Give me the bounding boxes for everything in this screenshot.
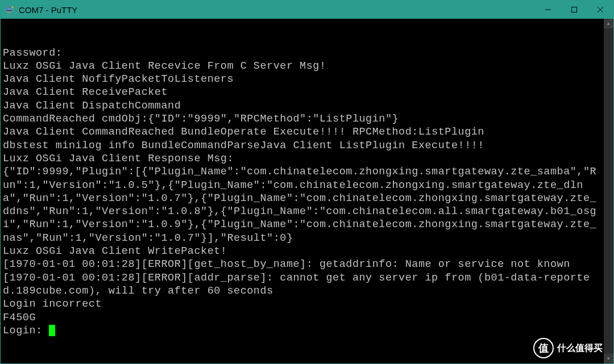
watermark-text: 什么值得买 [557, 342, 603, 354]
putty-icon [5, 5, 14, 14]
terminal[interactable]: Password: Luxz OSGi Java Client Recevice… [1, 19, 613, 363]
minimize-button[interactable] [535, 1, 561, 19]
scroll-up-arrow[interactable]: ▲ [604, 19, 613, 28]
window-title: COM7 - PuTTY [19, 5, 535, 15]
login-prompt: Login: [3, 325, 49, 337]
svg-rect-3 [7, 12, 11, 13]
terminal-output: Password: Luxz OSGi Java Client Recevice… [3, 47, 601, 338]
titlebar[interactable]: COM7 - PuTTY [1, 1, 613, 19]
watermark: 值 什么值得买 [533, 338, 603, 358]
scroll-down-arrow[interactable]: ▼ [604, 354, 613, 363]
scrollbar[interactable]: ▲ ▼ [604, 19, 613, 363]
watermark-badge-icon: 值 [533, 338, 554, 358]
maximize-button[interactable] [561, 1, 587, 19]
putty-window: COM7 - PuTTY Password: Luxz OSGi Java Cl… [0, 0, 614, 364]
cursor [49, 325, 55, 336]
window-controls [535, 1, 613, 19]
svg-rect-1 [7, 7, 11, 10]
svg-rect-2 [8, 11, 10, 12]
close-button[interactable] [587, 1, 613, 19]
svg-rect-5 [572, 7, 577, 12]
